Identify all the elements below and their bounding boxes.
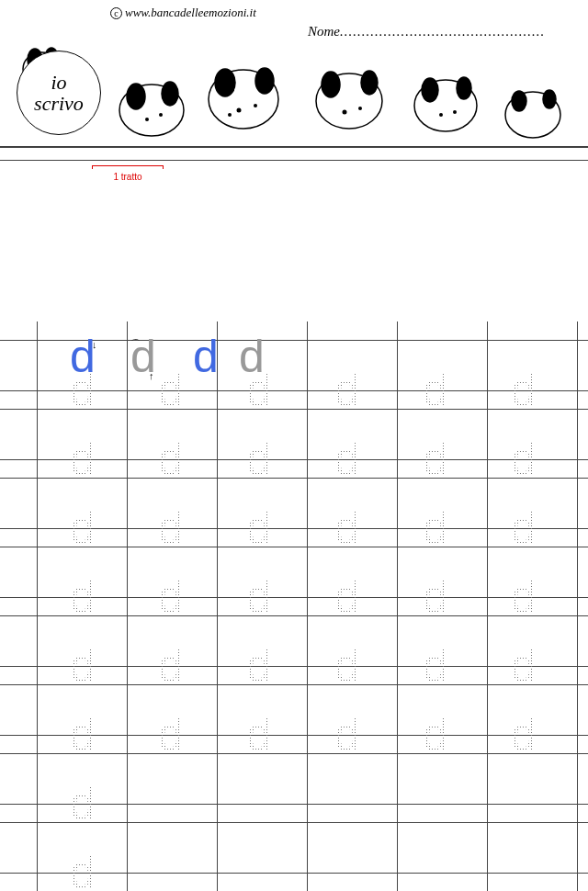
practice-cell[interactable]: d — [158, 505, 184, 551]
letter-glyph: d — [334, 365, 360, 416]
practice-cell[interactable]: d — [158, 574, 184, 620]
letter-glyph: d — [334, 571, 360, 623]
practice-cell[interactable]: d — [70, 712, 96, 758]
letter-glyph: d — [511, 640, 537, 692]
grid-vline — [487, 321, 488, 891]
letter-glyph: d — [70, 502, 96, 554]
practice-cell[interactable]: d — [70, 505, 96, 551]
letter-glyph: d — [70, 365, 96, 416]
letter-glyph: d — [334, 640, 360, 692]
svg-point-8 — [255, 68, 274, 94]
svg-point-7 — [215, 69, 235, 96]
svg-point-16 — [512, 91, 526, 111]
letter-glyph: d — [246, 434, 272, 485]
practice-cell[interactable]: d — [511, 712, 537, 758]
letter-glyph: d — [246, 571, 272, 623]
letter-glyph: d — [423, 434, 448, 485]
svg-point-11 — [361, 71, 378, 95]
stroke-arrows: ↓↑⌒ — [92, 339, 97, 350]
practice-cell[interactable]: d — [246, 436, 272, 482]
practice-cell[interactable]: d — [423, 643, 448, 689]
letter-glyph: d — [334, 502, 360, 554]
svg-point-23 — [343, 110, 347, 115]
letter-glyph: d — [511, 365, 537, 416]
practice-cell[interactable]: d — [246, 505, 272, 551]
letter-glyph: d — [511, 434, 537, 485]
letter-glyph: d — [158, 571, 184, 623]
practice-cell[interactable]: d — [70, 643, 96, 689]
practice-cell[interactable]: d — [70, 367, 96, 413]
svg-point-5 — [162, 82, 178, 106]
practice-cell[interactable]: d — [70, 781, 96, 827]
svg-point-24 — [358, 107, 362, 110]
grid-vline — [397, 321, 398, 891]
letter-glyph: d — [70, 709, 96, 761]
practice-cell[interactable]: d — [70, 436, 96, 482]
letter-glyph: d — [246, 502, 272, 554]
letter-glyph: d — [70, 640, 96, 692]
svg-point-18 — [145, 118, 149, 121]
grid-vline — [307, 321, 308, 891]
letter-glyph: d — [423, 502, 448, 554]
grid-vline — [217, 321, 218, 891]
practice-cell[interactable]: d — [246, 643, 272, 689]
practice-cell[interactable]: d — [511, 574, 537, 620]
letter-glyph: d — [70, 847, 96, 891]
svg-point-10 — [322, 72, 340, 97]
letter-glyph: d — [246, 365, 272, 416]
practice-cell[interactable]: d — [511, 643, 537, 689]
svg-point-20 — [237, 108, 242, 113]
letter-glyph: d — [511, 709, 537, 761]
practice-cell[interactable]: d — [511, 436, 537, 482]
letter-glyph: d — [193, 331, 219, 382]
letter-glyph: d — [423, 571, 448, 623]
practice-cell[interactable]: d — [70, 574, 96, 620]
practice-cell[interactable]: d — [246, 712, 272, 758]
stroke-label: 1 tratto — [92, 172, 164, 182]
practice-cell[interactable]: d — [70, 850, 96, 891]
letter-glyph: d — [334, 434, 360, 485]
practice-cell[interactable]: d — [334, 712, 360, 758]
letter-glyph: d — [70, 571, 96, 623]
letter-glyph: d — [423, 640, 448, 692]
practice-cell[interactable]: d — [158, 712, 184, 758]
letter-glyph: d — [246, 640, 272, 692]
practice-cell[interactable]: d — [246, 367, 272, 413]
letter-glyph: d — [158, 709, 184, 761]
svg-point-14 — [457, 77, 471, 99]
practice-cell[interactable]: d — [158, 436, 184, 482]
practice-cell[interactable]: d — [246, 574, 272, 620]
stroke-indicator: 1 tratto — [92, 162, 164, 182]
practice-cell[interactable]: d — [423, 574, 448, 620]
svg-point-22 — [228, 113, 232, 117]
letter-glyph: d — [423, 365, 448, 416]
letter-glyph: d — [70, 434, 96, 485]
practice-cell[interactable]: d — [334, 505, 360, 551]
svg-point-13 — [422, 78, 438, 102]
practice-cell[interactable]: d — [423, 436, 448, 482]
practice-cell[interactable]: d — [423, 712, 448, 758]
letter-glyph: d — [423, 709, 448, 761]
practice-cell[interactable]: d — [423, 367, 448, 413]
practice-cell[interactable]: d — [511, 505, 537, 551]
copyright-icon: c — [110, 7, 122, 19]
letter-glyph: d — [158, 365, 184, 416]
practice-cell[interactable]: d — [334, 574, 360, 620]
svg-point-26 — [453, 110, 457, 114]
grid-vline — [127, 321, 128, 891]
letter-glyph: d — [511, 571, 537, 623]
practice-cell[interactable]: d — [423, 505, 448, 551]
practice-cell[interactable]: d — [334, 643, 360, 689]
practice-cell[interactable]: d — [158, 643, 184, 689]
practice-cell[interactable]: d — [158, 367, 184, 413]
practice-cell[interactable]: d — [511, 367, 537, 413]
svg-point-17 — [543, 90, 556, 108]
worksheet-header: cwww.bancadelleemozioni.it Nome.........… — [0, 0, 588, 161]
copyright-line: cwww.bancadelleemozioni.it — [110, 6, 256, 20]
letter-glyph: d — [70, 778, 96, 829]
letter-glyph: d — [334, 709, 360, 761]
practice-cell[interactable]: d — [334, 436, 360, 482]
svg-point-4 — [127, 84, 145, 109]
practice-cell[interactable]: d — [334, 367, 360, 413]
letter-glyph: d — [158, 640, 184, 692]
